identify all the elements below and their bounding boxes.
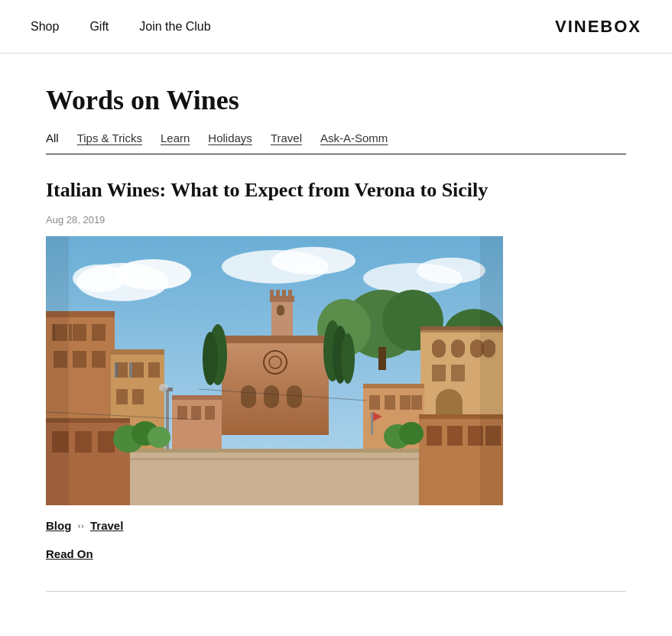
svg-rect-63 <box>451 365 465 381</box>
article: Italian Wines: What to Expect from Veron… <box>46 177 626 583</box>
svg-point-5 <box>271 247 355 274</box>
chevron-icon: ›› <box>77 519 84 531</box>
svg-rect-44 <box>111 349 164 355</box>
logo[interactable]: VINEBOX <box>555 17 641 37</box>
svg-rect-20 <box>271 297 293 339</box>
article-date: Aug 28, 2019 <box>46 214 626 226</box>
svg-rect-22 <box>270 290 274 297</box>
svg-marker-27 <box>222 336 329 343</box>
svg-rect-50 <box>115 362 118 378</box>
svg-rect-26 <box>277 305 284 316</box>
svg-rect-49 <box>132 389 144 404</box>
svg-rect-71 <box>363 384 424 388</box>
svg-rect-25 <box>288 290 292 297</box>
svg-point-32 <box>341 333 355 384</box>
bottom-divider <box>46 591 626 592</box>
svg-point-94 <box>148 427 170 448</box>
category-learn[interactable]: Learn <box>161 131 190 144</box>
svg-rect-48 <box>116 389 128 404</box>
svg-rect-23 <box>276 290 280 297</box>
svg-point-54 <box>159 384 168 391</box>
svg-point-3 <box>73 264 126 292</box>
main-nav: Shop Gift Join the Club <box>31 20 211 34</box>
breadcrumb-blog[interactable]: Blog <box>46 519 71 532</box>
article-image <box>46 236 503 505</box>
svg-rect-75 <box>411 395 422 410</box>
breadcrumb-travel[interactable]: Travel <box>90 519 123 532</box>
svg-rect-67 <box>177 406 187 420</box>
breadcrumb: Blog ›› Travel <box>46 519 626 532</box>
svg-rect-45 <box>116 362 128 378</box>
nav-shop[interactable]: Shop <box>31 20 59 34</box>
article-title: Italian Wines: What to Expect from Veron… <box>46 177 626 203</box>
svg-rect-74 <box>400 395 411 410</box>
svg-rect-66 <box>172 395 222 400</box>
svg-rect-59 <box>451 339 465 358</box>
svg-rect-88 <box>427 426 442 446</box>
svg-rect-40 <box>92 351 106 368</box>
svg-rect-72 <box>369 395 380 410</box>
svg-rect-73 <box>385 395 395 410</box>
svg-rect-18 <box>287 385 302 408</box>
svg-rect-46 <box>132 362 144 378</box>
svg-rect-47 <box>148 362 160 378</box>
svg-rect-51 <box>129 362 132 378</box>
svg-rect-24 <box>282 290 286 297</box>
category-ask-a-somm[interactable]: Ask-A-Somm <box>320 131 388 144</box>
read-on-link[interactable]: Read On <box>46 547 93 560</box>
svg-rect-62 <box>432 365 446 381</box>
svg-rect-37 <box>92 324 106 341</box>
svg-rect-42 <box>69 324 72 341</box>
svg-rect-85 <box>98 431 115 453</box>
svg-rect-97 <box>371 412 373 435</box>
nav-gift[interactable]: Gift <box>89 20 109 34</box>
svg-rect-69 <box>205 406 215 420</box>
svg-rect-89 <box>447 426 463 446</box>
svg-rect-100 <box>480 236 503 505</box>
category-tips[interactable]: Tips & Tricks <box>77 131 142 144</box>
category-all[interactable]: All <box>46 131 59 144</box>
svg-rect-99 <box>46 236 69 505</box>
svg-rect-84 <box>75 431 92 453</box>
header: Shop Gift Join the Club VINEBOX <box>0 0 672 54</box>
category-holidays[interactable]: Holidays <box>208 131 252 144</box>
svg-rect-39 <box>73 351 86 368</box>
blog-title: Words on Wines <box>46 84 626 116</box>
svg-point-2 <box>115 259 191 290</box>
category-travel[interactable]: Travel <box>271 131 302 144</box>
svg-rect-12 <box>378 347 386 370</box>
svg-point-7 <box>417 258 485 284</box>
category-nav: All Tips & Tricks Learn Holidays Travel … <box>46 131 626 144</box>
svg-point-29 <box>203 332 218 385</box>
nav-join[interactable]: Join the Club <box>139 20 210 34</box>
svg-rect-16 <box>241 385 256 408</box>
svg-rect-17 <box>264 385 279 408</box>
svg-rect-58 <box>432 339 446 358</box>
category-divider <box>46 154 626 154</box>
svg-rect-36 <box>73 324 86 341</box>
svg-point-96 <box>399 422 424 445</box>
svg-rect-68 <box>191 406 201 420</box>
main-content: Words on Wines All Tips & Tricks Learn H… <box>0 54 672 622</box>
